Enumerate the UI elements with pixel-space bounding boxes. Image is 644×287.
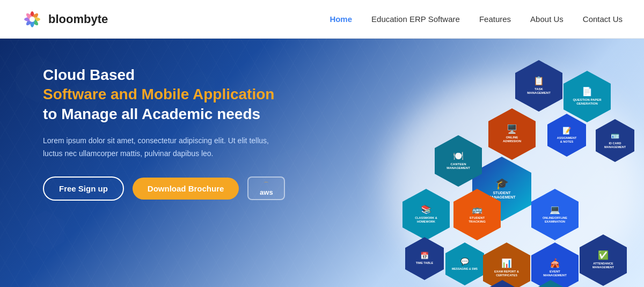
hero-content-left: Cloud Based Software and Mobile Applicat…	[43, 65, 322, 201]
hex-student-tracking: 🚌 STUDENTTRACKING	[453, 189, 501, 240]
admission-icon: 🖥️	[507, 125, 517, 134]
hex-idcard-shape: 🪪 ID CARDMANAGEMENT	[596, 119, 634, 162]
hex-timetable-shape: 📅 TIME TABLE	[405, 237, 444, 280]
brochure-button[interactable]: Download Brochure	[133, 178, 239, 200]
nav-home[interactable]: Home	[330, 14, 352, 24]
hex-classwork: 📚 CLASSWORK &HOMEWORK	[402, 189, 450, 240]
hex-canteen: 🍽️ CANTEENMANAGEMENT	[435, 135, 482, 187]
hex-canteen-shape: 🍽️ CANTEENMANAGEMENT	[435, 135, 482, 187]
hero-buttons: Free Sign up Download Brochure ⌒ aws	[43, 176, 322, 201]
student-icon: 🎓	[495, 178, 509, 189]
hex-assignment-shape: 📝 ASSIGNMENT& NOTES	[547, 114, 586, 157]
nav-erp[interactable]: Education ERP Software	[371, 14, 460, 24]
hero-section: Cloud Based Software and Mobile Applicat…	[0, 39, 644, 287]
hex-library-shape: 📖 LIBRARYMANAGEMENT	[483, 280, 522, 287]
aws-swoosh-icon: ⌒	[264, 181, 269, 188]
admission-label: ONLINEADMISSION	[501, 136, 523, 143]
task-icon: 📋	[533, 77, 544, 85]
logo-icon	[21, 9, 43, 30]
timetable-icon: 📅	[420, 252, 429, 259]
svg-point-8	[30, 17, 35, 22]
logo: bloombyte	[21, 9, 108, 30]
messaging-icon: 💬	[460, 258, 469, 265]
hex-task-shape: 📋 TASKMANAGEMENT	[515, 60, 562, 112]
nav-features[interactable]: Features	[479, 14, 511, 24]
hex-attendance: ✅ ATTENDANCEMANAGEMENT	[580, 234, 627, 286]
hex-classwork-shape: 📚 CLASSWORK &HOMEWORK	[402, 189, 450, 240]
assignment-label: ASSIGNMENT& NOTES	[555, 136, 579, 143]
event-label: EVENTMANAGEMENT	[541, 270, 569, 277]
canteen-label: CANTEENMANAGEMENT	[444, 163, 472, 170]
question-icon: 📄	[582, 87, 592, 96]
task-label: TASKMANAGEMENT	[525, 87, 553, 95]
examreport-label: EXAM REPORT &CERTIFICATES	[492, 270, 521, 277]
logo-text: bloombyte	[48, 12, 108, 26]
nav-contact[interactable]: Contact Us	[583, 14, 623, 24]
hero-title-line3: to Manage all Academic needs	[43, 105, 322, 124]
canteen-icon: 🍽️	[453, 152, 464, 160]
nav-about[interactable]: About Us	[530, 14, 564, 24]
tracking-label: STUDENTTRACKING	[466, 216, 488, 224]
exam-label: ONLINE/OFFLINEEXAMINATION	[540, 216, 569, 223]
attendance-label: ATTENDANCEMANAGEMENT	[590, 262, 616, 269]
hex-scholarship-shape: 💰 SCHOLARSHIP &FEE CONCESSION	[531, 280, 570, 287]
aws-badge: ⌒ aws	[247, 176, 285, 200]
tracking-icon: 🚌	[472, 205, 482, 214]
hero-title-line1: Cloud Based	[43, 65, 322, 85]
hex-online-admission: 🖥️ ONLINEADMISSION	[488, 108, 536, 160]
hex-assignment: 📝 ASSIGNMENT& NOTES	[547, 114, 586, 157]
classwork-icon: 📚	[421, 205, 431, 214]
examreport-icon: 📊	[501, 259, 512, 268]
event-icon: 🎪	[550, 259, 560, 268]
hex-task-management: 📋 TASKMANAGEMENT	[515, 60, 562, 112]
attendance-icon: ✅	[598, 251, 609, 260]
hex-exam-shape: 💻 ONLINE/OFFLINEEXAMINATION	[531, 189, 579, 240]
hex-tracking-shape: 🚌 STUDENTTRACKING	[453, 189, 501, 240]
hex-examination: 💻 ONLINE/OFFLINEEXAMINATION	[531, 189, 579, 240]
hex-grid: 🎓 STUDENTMANAGEMENT 📋 TASKMANAGEMENT 📄 Q…	[322, 39, 644, 287]
hero-description: Lorem ipsum dolor sit amet, consectetur …	[43, 135, 290, 160]
hex-messaging: 💬 MESSAGING & SMS	[445, 242, 484, 285]
navigation: Home Education ERP Software Features Abo…	[330, 14, 623, 24]
classwork-label: CLASSWORK &HOMEWORK	[413, 216, 440, 223]
hexagon-cluster: 🎓 STUDENTMANAGEMENT 📋 TASKMANAGEMENT 📄 Q…	[322, 39, 644, 287]
assignment-icon: 📝	[562, 127, 571, 134]
signup-button[interactable]: Free Sign up	[43, 176, 124, 201]
hex-scholarship: 💰 SCHOLARSHIP &FEE CONCESSION	[531, 280, 570, 287]
hex-messaging-shape: 💬 MESSAGING & SMS	[445, 242, 484, 285]
idcard-label: ID CARDMANAGEMENT	[602, 142, 628, 149]
hero-title-line2: Software and Mobile Application	[43, 85, 322, 104]
question-label: QUESTION PAPERGENERATION	[570, 98, 603, 106]
header: bloombyte Home Education ERP Software Fe…	[0, 0, 644, 39]
hex-timetable: 📅 TIME TABLE	[405, 237, 444, 280]
hex-admission-shape: 🖥️ ONLINEADMISSION	[488, 108, 536, 160]
hex-library: 📖 LIBRARYMANAGEMENT	[483, 280, 522, 287]
idcard-icon: 🪪	[611, 133, 619, 139]
timetable-label: TIME TABLE	[414, 261, 436, 265]
hex-attendance-shape: ✅ ATTENDANCEMANAGEMENT	[580, 234, 627, 286]
aws-label: aws	[260, 188, 273, 196]
hex-idcard: 🪪 ID CARDMANAGEMENT	[596, 119, 634, 162]
messaging-label: MESSAGING & SMS	[450, 267, 480, 270]
exam-icon: 💻	[550, 205, 560, 214]
